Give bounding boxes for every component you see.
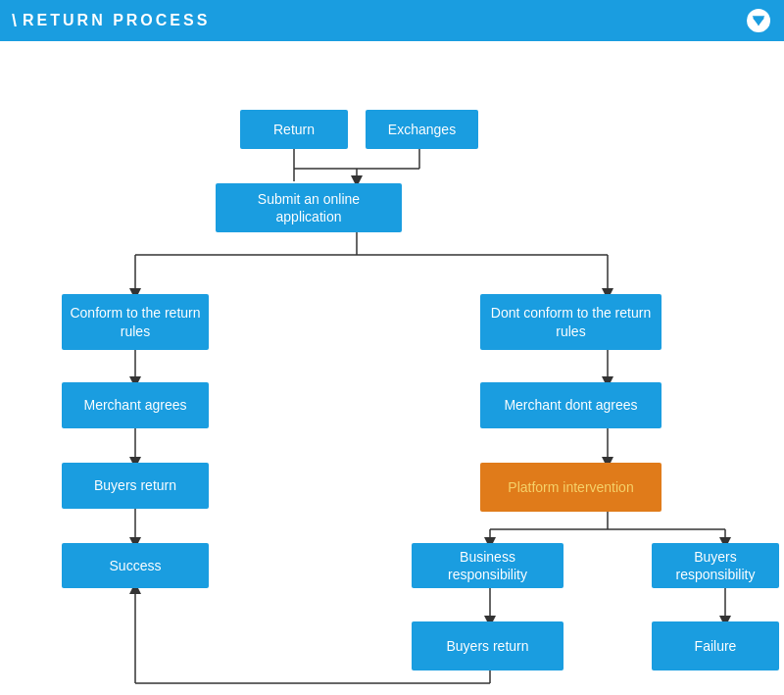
buyers-responsibility-box: Buyers responsibility [652, 543, 779, 588]
business-responsibility-box: Business responsibility [412, 543, 564, 588]
header: \ RETURN PROCESS [0, 0, 784, 41]
success-box: Success [62, 543, 209, 588]
dont-conform-box: Dont conform to the return rules [480, 294, 662, 350]
merchant-agrees-box: Merchant agrees [62, 382, 209, 428]
failure-box: Failure [652, 621, 779, 670]
merchant-dont-agrees-box: Merchant dont agrees [480, 382, 662, 428]
platform-intervention-box: Platform intervention [480, 463, 662, 512]
diagram-area: Return Exchanges Submit an online applic… [0, 41, 784, 695]
return-box: Return [240, 110, 348, 149]
submit-box: Submit an online application [216, 183, 402, 232]
header-title: RETURN PROCESS [23, 12, 210, 29]
exchanges-box: Exchanges [366, 110, 478, 149]
chevron-down-icon[interactable] [745, 7, 772, 34]
conform-box: Conform to the return rules [62, 294, 209, 350]
buyers-return-left-box: Buyers return [62, 463, 209, 509]
backslash-icon: \ [12, 11, 17, 31]
buyers-return-right-box: Buyers return [412, 621, 564, 670]
